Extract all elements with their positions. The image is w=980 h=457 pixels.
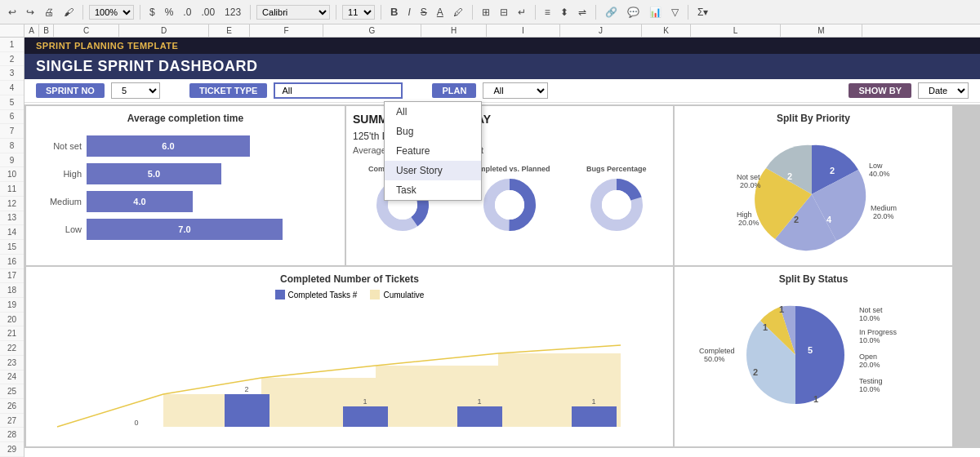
dropdown-item-all[interactable]: All: [385, 102, 481, 122]
row-28: 28: [0, 428, 24, 442]
col-d[interactable]: D: [119, 24, 209, 37]
merge-button[interactable]: ⊟: [497, 5, 511, 20]
number-format-button[interactable]: 123: [221, 5, 244, 20]
plan-label: PLAN: [432, 83, 476, 98]
col-h[interactable]: H: [421, 24, 487, 37]
completed-tickets-title: Completed Number of Tickets: [33, 273, 666, 285]
row-5: 5: [0, 95, 24, 110]
ticket-type-dropdown[interactable]: All Bug Feature User Story Task: [384, 101, 482, 201]
dropdown-item-task[interactable]: Task: [385, 180, 481, 200]
svg-text:50.0%: 50.0%: [704, 355, 725, 363]
svg-rect-25: [225, 394, 270, 427]
zoom-select[interactable]: 100%: [89, 5, 134, 20]
row-20: 20: [0, 313, 24, 327]
svg-text:2: 2: [794, 215, 799, 224]
status-pie-chart: 5 1 1 2 1 Not set 10.0% In Progress 10.0…: [681, 290, 942, 420]
dropdown-item-feature[interactable]: Feature: [385, 141, 481, 161]
currency-button[interactable]: $: [146, 5, 158, 20]
svg-text:1: 1: [779, 304, 784, 314]
dropdown-item-user-story[interactable]: User Story: [385, 161, 481, 180]
split-priority-title: Split By Priority: [681, 113, 946, 124]
ticket-type-input[interactable]: [274, 82, 403, 99]
svg-text:1: 1: [763, 322, 768, 332]
align-button[interactable]: ≡: [541, 5, 554, 20]
row-29: 29: [0, 442, 24, 457]
row-13: 13: [0, 211, 24, 226]
svg-rect-34: [572, 406, 617, 427]
print-button[interactable]: 🖨: [41, 5, 57, 20]
col-e[interactable]: E: [209, 24, 250, 37]
italic-button[interactable]: I: [404, 5, 413, 20]
undo-button[interactable]: ↩: [5, 5, 20, 20]
dropdown-item-bug[interactable]: Bug: [385, 122, 481, 141]
filter-button[interactable]: ▽: [668, 5, 682, 20]
wrap-button[interactable]: ↵: [514, 5, 529, 20]
svg-text:Not set: Not set: [737, 173, 760, 181]
col-c[interactable]: C: [54, 24, 119, 37]
borders-button[interactable]: ⊞: [479, 5, 493, 20]
col-f[interactable]: F: [250, 24, 323, 37]
strikethrough-button[interactable]: S: [417, 5, 430, 20]
sep5: [381, 5, 381, 20]
sprint-planning-label: SPRINT PLANNING TEMPLATE: [24, 38, 980, 54]
percent-button[interactable]: %: [162, 5, 177, 20]
row-22: 22: [0, 341, 24, 356]
font-select[interactable]: Calibri: [256, 5, 330, 20]
completed-tickets-chart: 0 4/13/2022 2 4/19/2022 1 4/21/2022 1: [33, 304, 662, 431]
row-1: 1: [0, 38, 24, 52]
col-b[interactable]: B: [39, 24, 54, 37]
svg-text:40.0%: 40.0%: [869, 170, 890, 178]
legend-completed-dot: [275, 290, 285, 299]
sprint-no-select[interactable]: 5: [111, 82, 160, 99]
svg-text:4: 4: [826, 215, 832, 224]
svg-text:Low: Low: [869, 162, 883, 170]
svg-text:1: 1: [477, 397, 481, 406]
sprint-planning-subtitle: SPRINT PLANNING TEMPLATE: [36, 41, 178, 51]
underline-button[interactable]: A: [434, 5, 447, 20]
col-j[interactable]: J: [560, 24, 642, 37]
svg-text:Medium: Medium: [871, 204, 897, 212]
paint-format-button[interactable]: 🖌: [60, 5, 77, 20]
col-i[interactable]: I: [487, 24, 560, 37]
svg-text:10.0%: 10.0%: [859, 314, 880, 322]
bar-fill-medium: 4.0: [87, 191, 193, 212]
chart-button[interactable]: 📊: [646, 5, 665, 20]
svg-rect-28: [343, 406, 388, 427]
sep9: [688, 5, 688, 20]
row-11: 11: [0, 182, 24, 197]
row-27: 27: [0, 414, 24, 428]
link-button[interactable]: 🔗: [602, 5, 621, 20]
bold-button[interactable]: B: [387, 4, 401, 20]
col-a[interactable]: A: [24, 24, 39, 37]
svg-text:1: 1: [591, 397, 595, 406]
svg-point-5: [495, 190, 524, 220]
col-g[interactable]: G: [323, 24, 421, 37]
col-k[interactable]: K: [642, 24, 691, 37]
decimal2-button[interactable]: .00: [198, 5, 218, 20]
bar-chart: Not set 6.0 High 5.0 Medium: [33, 129, 338, 246]
bar-label-medium: Medium: [41, 197, 82, 206]
row-18: 18: [0, 283, 24, 298]
functions-button[interactable]: Σ▾: [694, 5, 711, 20]
sheet-area: 1 2 3 4 5 6 7 8 9 10 11 12 13 14 15 16 1…: [0, 38, 980, 457]
highlight-button[interactable]: 🖊: [450, 5, 466, 20]
decimal0-button[interactable]: .0: [180, 5, 194, 20]
valign-button[interactable]: ⬍: [557, 5, 572, 20]
fontsize-select[interactable]: 11: [342, 5, 375, 20]
comment-button[interactable]: 💬: [624, 5, 643, 20]
plan-select[interactable]: All: [483, 82, 548, 99]
row-17: 17: [0, 269, 24, 284]
dashboard-title: SINGLE SPRINT DASHBOARD: [24, 54, 980, 79]
bar-label-low: Low: [41, 224, 82, 234]
row-6: 6: [0, 110, 24, 125]
svg-text:20.0%: 20.0%: [740, 181, 761, 189]
sprint-no-label: SPRINT NO: [36, 83, 105, 98]
col-m[interactable]: M: [781, 24, 862, 37]
row-9: 9: [0, 153, 24, 168]
sep8: [595, 5, 596, 20]
bar-outer-high: 5.0: [87, 163, 221, 184]
show-by-select[interactable]: Date: [918, 82, 969, 99]
text-dir-button[interactable]: ⇌: [575, 5, 590, 20]
col-l[interactable]: L: [691, 24, 781, 37]
redo-button[interactable]: ↪: [23, 5, 38, 20]
